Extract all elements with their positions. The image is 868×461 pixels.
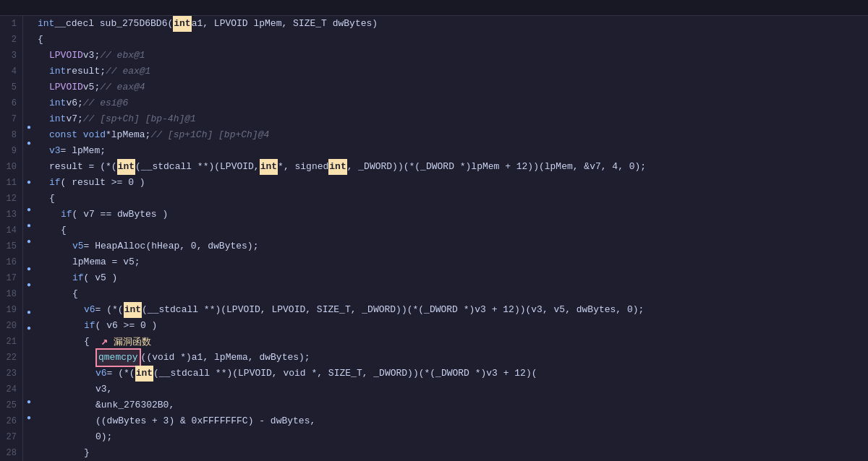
variable-token: ( v7 == dwBytes ) xyxy=(72,207,169,223)
variable-blue-token: v6 xyxy=(95,366,107,382)
breakpoint-dot[interactable]: ● xyxy=(27,262,31,277)
code-line: v3, xyxy=(38,382,868,397)
line-number: 3 xyxy=(3,48,17,64)
keyword-highlighted-token: int xyxy=(260,159,278,175)
variable-token: = HeapAlloc(hHeap, 0, dwBytes); xyxy=(84,238,259,254)
line-numbers: 1234567891011121314151617181920212223242… xyxy=(0,16,23,461)
variable-token: *, signed xyxy=(278,159,328,175)
keyword-highlighted-token: int xyxy=(328,159,346,175)
breakpoint-dot[interactable]: ● xyxy=(27,202,31,218)
line-number: 21 xyxy=(3,334,17,350)
breakpoint-dot[interactable]: ● xyxy=(27,136,31,152)
variable-token: 0); xyxy=(95,429,112,445)
breakpoint-dot[interactable]: ● xyxy=(27,218,31,234)
line-number: 24 xyxy=(3,382,17,397)
comment-token: // [sp+1Ch] [bp+Ch]@4 xyxy=(150,127,269,143)
breakpoint-dot[interactable]: ● xyxy=(27,321,31,337)
punctuation-token: { xyxy=(38,32,43,48)
code-line: int result; // eax@1 xyxy=(38,64,868,79)
code-line: LPVOID v5; // eax@4 xyxy=(38,79,868,95)
punctuation-token: { xyxy=(84,334,90,350)
variable-token: v5; xyxy=(83,79,100,95)
line-number: 28 xyxy=(3,445,17,461)
code-line: v5 = HeapAlloc(hHeap, 0, dwBytes); xyxy=(38,238,868,254)
punctuation-token: { xyxy=(49,191,55,207)
variable-token: v6; xyxy=(66,95,82,111)
variable-token: = (*( xyxy=(107,366,135,382)
code-line: int v6; // esi@6 xyxy=(38,95,868,111)
code-line: if ( result >= 0 ) xyxy=(38,175,868,191)
keyword-token: const void xyxy=(49,127,106,143)
breakpoint-dot[interactable]: ● xyxy=(27,410,31,426)
vulnerability-label: 漏洞函数 xyxy=(114,334,151,350)
type-token: LPVOID xyxy=(49,79,83,95)
breakpoint-dot[interactable]: ● xyxy=(27,305,31,321)
variable-token: v3, xyxy=(95,382,112,397)
dot-column: ●●●●●●●●●●●● xyxy=(23,16,35,461)
punctuation-token: { xyxy=(72,286,78,302)
code-line: result = (*(int (__stdcall **)(LPVOID, i… xyxy=(38,159,868,175)
breakpoint-dot[interactable]: ● xyxy=(27,395,31,410)
keyword-highlighted-token: int xyxy=(117,159,135,175)
code-line: v6 = (*(int (__stdcall **)(LPVOID, void … xyxy=(38,366,868,382)
line-number: 2 xyxy=(3,32,17,48)
line-number: 4 xyxy=(3,64,17,79)
line-number: 22 xyxy=(3,350,17,366)
variable-token: v3; xyxy=(83,48,100,64)
variable-blue-token: v5 xyxy=(72,238,84,254)
breakpoint-dot[interactable]: ● xyxy=(27,175,31,191)
line-number: 18 xyxy=(3,286,17,302)
keyword-token: if xyxy=(84,318,95,334)
variable-blue-token: v6 xyxy=(84,302,95,318)
code-line: qmemcpy((void *)a1, lpMema, dwBytes); xyxy=(38,350,868,366)
code-line: v3 = lpMem; xyxy=(38,143,868,159)
variable-token: ((void *)a1, lpMema, dwBytes); xyxy=(141,350,310,366)
variable-token: ( v6 >= 0 ) xyxy=(95,318,158,334)
variable-token: a1, LPVOID lpMem, SIZE_T dwBytes) xyxy=(192,16,378,32)
variable-blue-token: v3 xyxy=(49,143,61,159)
line-number: 25 xyxy=(3,397,17,413)
line-number: 19 xyxy=(3,302,17,318)
breakpoint-dot[interactable]: ● xyxy=(27,234,31,250)
comment-token: // [sp+Ch] [bp-4h]@1 xyxy=(83,111,196,127)
variable-token: = lpMem; xyxy=(61,143,106,159)
code-line: { xyxy=(38,223,868,238)
breakpoint-dot[interactable]: ● xyxy=(27,277,31,293)
line-number: 16 xyxy=(3,254,17,270)
variable-token: , _DWORD))(*(_DWORD *)lpMem + 12))(lpMem… xyxy=(347,159,646,175)
code-line: { ↗ 漏洞函数 xyxy=(38,334,868,350)
variable-token: __cdecl sub_275D6BD6( xyxy=(54,16,173,32)
punctuation-token: { xyxy=(61,223,67,238)
line-number: 26 xyxy=(3,413,17,429)
comment-token: // esi@6 xyxy=(83,95,128,111)
variable-token: *lpMema; xyxy=(106,127,150,143)
keyword-highlighted-token: int xyxy=(135,366,153,382)
comment-token: // eax@1 xyxy=(106,64,150,79)
variable-token: v7; xyxy=(66,111,82,127)
comment-token: // ebx@1 xyxy=(100,48,145,64)
code-line: int v7; // [sp+Ch] [bp-4h]@1 xyxy=(38,111,868,127)
code-area: 1234567891011121314151617181920212223242… xyxy=(0,16,868,461)
comment-token: // eax@4 xyxy=(100,79,145,95)
keyword-token: int xyxy=(49,64,66,79)
keyword-token: int xyxy=(49,111,66,127)
type-token: LPVOID xyxy=(49,48,83,64)
code-line: const void *lpMema; // [sp+1Ch] [bp+Ch]@… xyxy=(38,127,868,143)
line-number: 15 xyxy=(3,238,17,254)
code-line: v6 = (*(int (__stdcall **)(LPVOID, LPVOI… xyxy=(38,302,868,318)
code-line: LPVOID v3; // ebx@1 xyxy=(38,48,868,64)
keyword-highlighted-token: int xyxy=(124,302,142,318)
line-number: 11 xyxy=(3,175,17,191)
variable-token: (__stdcall **)(LPVOID, LPVOID, SIZE_T, _… xyxy=(142,302,644,318)
code-line: } xyxy=(38,445,868,461)
variable-token: &unk_276302B0, xyxy=(95,397,174,413)
code-line: 0); xyxy=(38,429,868,445)
line-number: 17 xyxy=(3,270,17,286)
line-number: 14 xyxy=(3,223,17,238)
code-lines: int __cdecl sub_275D6BD6(int a1, LPVOID … xyxy=(35,16,868,461)
line-number: 23 xyxy=(3,366,17,382)
line-number: 27 xyxy=(3,429,17,445)
variable-token: (__stdcall **)(LPVOID, void *, SIZE_T, _… xyxy=(153,366,537,382)
breakpoint-dot[interactable]: ● xyxy=(27,120,31,136)
code-line: int __cdecl sub_275D6BD6(int a1, LPVOID … xyxy=(38,16,868,32)
